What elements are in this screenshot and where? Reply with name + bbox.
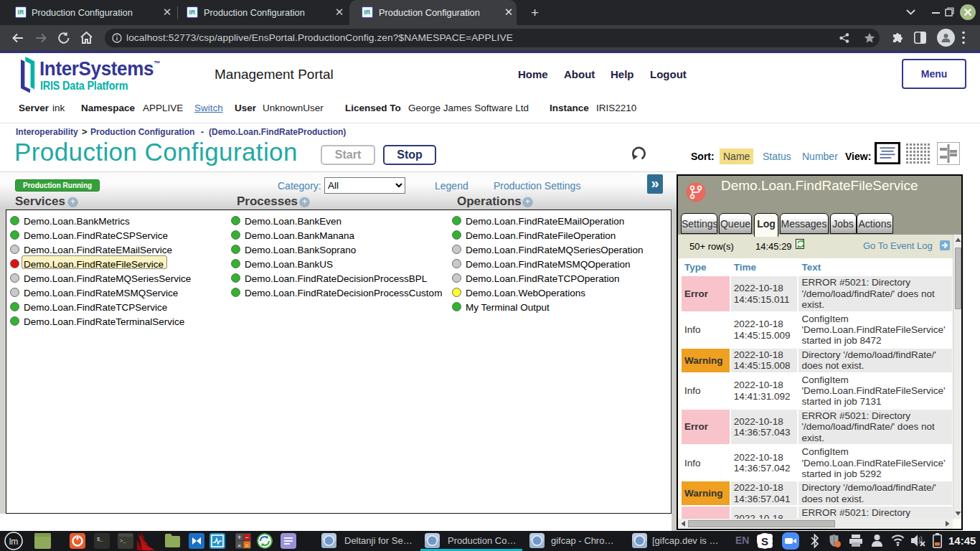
svg-text:>_: >_ [120, 538, 126, 544]
svg-text:×: × [237, 542, 241, 549]
svg-text:S: S [761, 535, 768, 547]
svg-text:$_: $_ [97, 537, 103, 542]
svg-text:=: = [245, 542, 249, 549]
svg-text:−: − [245, 534, 249, 541]
svg-text:lm: lm [9, 537, 19, 547]
svg-text:+: + [237, 534, 241, 541]
